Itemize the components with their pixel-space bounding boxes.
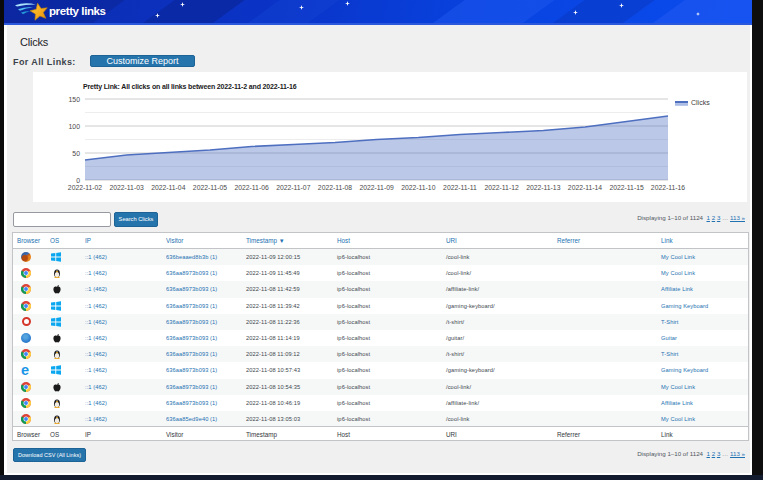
- svg-text:2022-11-08: 2022-11-08: [318, 184, 352, 191]
- svg-text:Clicks: Clicks: [691, 99, 710, 106]
- svg-text:2022-11-02: 2022-11-02: [68, 184, 102, 191]
- svg-text:2022-11-03: 2022-11-03: [109, 184, 143, 191]
- svg-text:2022-11-05: 2022-11-05: [193, 184, 227, 191]
- svg-text:2022-11-11: 2022-11-11: [443, 184, 477, 191]
- svg-text:0: 0: [76, 177, 80, 184]
- svg-text:2022-11-09: 2022-11-09: [359, 184, 393, 191]
- svg-text:2022-11-13: 2022-11-13: [526, 184, 560, 191]
- svg-text:2022-11-15: 2022-11-15: [609, 184, 643, 191]
- svg-text:2022-11-14: 2022-11-14: [568, 184, 602, 191]
- svg-text:2022-11-16: 2022-11-16: [651, 184, 685, 191]
- svg-text:2022-11-12: 2022-11-12: [484, 184, 518, 191]
- svg-text:50: 50: [72, 150, 80, 157]
- svg-text:2022-11-04: 2022-11-04: [151, 184, 185, 191]
- svg-text:100: 100: [69, 123, 81, 130]
- svg-text:2022-11-10: 2022-11-10: [401, 184, 435, 191]
- svg-text:150: 150: [69, 96, 81, 103]
- svg-text:2022-11-06: 2022-11-06: [234, 184, 268, 191]
- svg-text:Pretty Link: All clicks on all: Pretty Link: All clicks on all links bet…: [83, 83, 297, 91]
- svg-text:2022-11-07: 2022-11-07: [276, 184, 310, 191]
